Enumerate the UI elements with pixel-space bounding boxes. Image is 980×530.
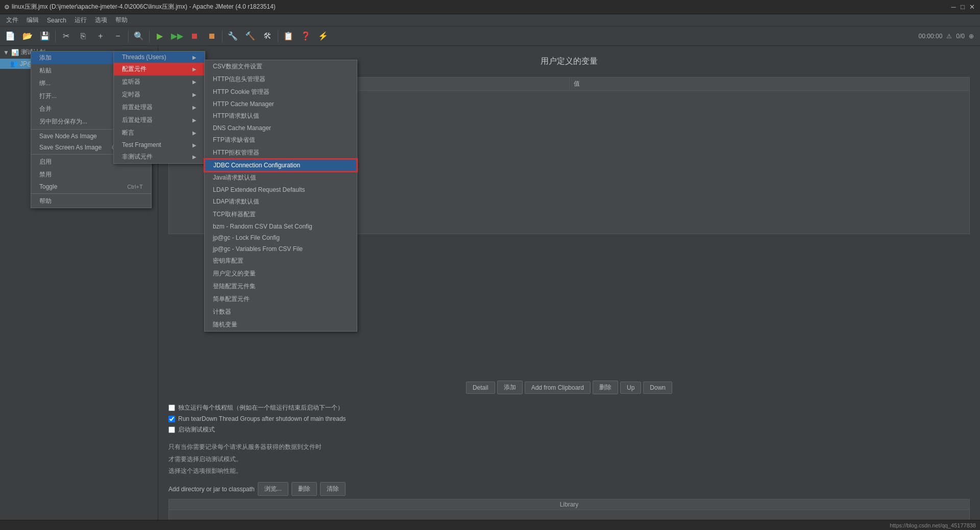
toolbar-open[interactable]: 📂 (19, 28, 36, 44)
config-csv[interactable]: CSV数据文件设置 (205, 60, 357, 73)
lib-clear-button[interactable]: 清除 (320, 482, 346, 496)
thread-icon: 👥 (10, 60, 18, 67)
toolbar-save[interactable]: 💾 (37, 28, 53, 44)
config-login[interactable]: 登陆配置元件集 (205, 280, 357, 293)
toolbar-logo[interactable]: ⚡ (315, 28, 331, 44)
menu-merge-label: 合并 (39, 105, 52, 113)
toolbar-cut[interactable]: ✂ (58, 28, 74, 44)
config-counter[interactable]: 计数器 (205, 306, 357, 318)
assert-item[interactable]: 断言 ▶ (114, 127, 205, 139)
toolbar-stop[interactable]: ⏹ (186, 28, 203, 44)
toolbar: 📄 📂 💾 ✂ ⎘ + − 🔍 ▶ ▶▶ ⏹ ⏹ 🔧 🔨 🛠 📋 ❓ ⚡ 00:… (0, 27, 980, 46)
option3-checkbox[interactable] (168, 426, 175, 433)
menu-toggle[interactable]: Toggle Ctrl+T (31, 181, 151, 192)
warning-count: 0/0 (956, 33, 965, 40)
config-http-cookie[interactable]: HTTP Cookie 管理器 (205, 86, 357, 98)
toolbar-start-nopause[interactable]: ▶▶ (169, 28, 185, 44)
add-from-clipboard-button[interactable]: Add from Clipboard (525, 382, 591, 394)
config-simple[interactable]: 简单配置元件 (205, 293, 357, 306)
toolbar-remove[interactable]: − (110, 28, 126, 44)
menu-disable[interactable]: 禁用 (31, 168, 151, 181)
toolbar-remote-start[interactable]: 🔧 (225, 28, 241, 44)
config-csvvar[interactable]: jp@gc - Variables From CSV File (205, 243, 357, 255)
lib-delete-button[interactable]: 删除 (291, 482, 317, 496)
config-http-auth[interactable]: HTTP拒权管理器 (205, 146, 357, 159)
menu-file[interactable]: 文件 (2, 14, 22, 27)
config-java[interactable]: Java请求默认值 (205, 171, 357, 184)
browse-button[interactable]: 浏览... (258, 482, 288, 496)
config-ftp[interactable]: FTP请求缺省值 (205, 134, 357, 146)
option2-checkbox[interactable] (168, 416, 175, 422)
postproc-label: 后置处理器 (122, 116, 153, 124)
config-bzm[interactable]: bzm - Random CSV Data Set Config (205, 221, 357, 232)
listener-item[interactable]: 监听器 ▶ (114, 75, 205, 88)
preproc-label: 前置处理器 (122, 103, 153, 112)
option1-checkbox[interactable] (168, 405, 175, 411)
postproc-item[interactable]: 后置处理器 ▶ (114, 114, 205, 127)
add-button[interactable]: 添加 (497, 381, 523, 394)
menu-save-screen-label: Save Screen As Image (39, 144, 102, 151)
config-http-header[interactable]: HTTP信息头管理器 (205, 73, 357, 86)
menu-enable-label: 启用 (39, 158, 52, 166)
timer-item[interactable]: 定时器 ▶ (114, 88, 205, 101)
down-button[interactable]: Down (643, 382, 672, 394)
listener-arrow: ▶ (192, 79, 197, 85)
toolbar-sep3 (149, 30, 150, 42)
menu-search[interactable]: Search (43, 14, 70, 27)
toolbar-templates[interactable]: 📋 (280, 28, 297, 44)
config-ldap[interactable]: LDAP请求默认值 (205, 195, 357, 208)
toolbar-copy[interactable]: ⎘ (75, 28, 91, 44)
toolbar-shutdown[interactable]: ⏹ (204, 28, 220, 44)
menu-add-label: 添加 (39, 54, 52, 62)
timer-value: 00:00:00 (919, 33, 943, 40)
toolbar-remote-stop[interactable]: 🔨 (242, 28, 258, 44)
tree-expand[interactable]: ▼ (3, 49, 9, 56)
title-bar-controls[interactable]: ─ □ ✕ (949, 3, 976, 11)
toolbar-start[interactable]: ▶ (152, 28, 168, 44)
postproc-arrow: ▶ (192, 117, 197, 123)
minimize-button[interactable]: ─ (949, 3, 958, 11)
menu-options[interactable]: 选项 (91, 14, 111, 27)
toolbar-new[interactable]: 📄 (2, 28, 18, 44)
delete-button[interactable]: 删除 (593, 381, 618, 394)
menu-help[interactable]: 帮助 (111, 14, 132, 27)
config-tcp[interactable]: TCP取样器配置 (205, 208, 357, 221)
menu-helpitem[interactable]: 帮助 (31, 195, 151, 208)
toolbar-add[interactable]: + (92, 28, 109, 44)
fragment-item[interactable]: Test Fragment ▶ (114, 139, 205, 150)
menu-toggle-label: Toggle (39, 183, 57, 190)
menu-edit[interactable]: 编辑 (22, 14, 43, 27)
config-http-defaults[interactable]: HTTP请求默认值 (205, 110, 357, 122)
assert-arrow: ▶ (192, 130, 197, 136)
config-dns-cache[interactable]: DNS Cache Manager (205, 122, 357, 134)
config-lock[interactable]: jp@gc - Lock File Config (205, 232, 357, 243)
config-uservar[interactable]: 用户定义的变量 (205, 267, 357, 280)
preproc-item[interactable]: 前置处理器 ▶ (114, 101, 205, 114)
close-button[interactable]: ✕ (968, 3, 976, 11)
toolbar-help[interactable]: ❓ (298, 28, 314, 44)
config-item-top[interactable]: 配置元件 ▶ (114, 63, 205, 75)
library-label: Add directory or jar to classpath (168, 486, 255, 493)
app-icon: ⚙ (4, 4, 10, 11)
config-jdbc[interactable]: JDBC Connection Configuration (205, 159, 357, 171)
threads-item[interactable]: Threads (Users) ▶ (114, 52, 205, 63)
toolbar-remote-exit[interactable]: 🛠 (259, 28, 276, 44)
menu-run[interactable]: 运行 (70, 14, 91, 27)
expand-icon: ⊕ (969, 33, 974, 40)
timer-label: 定时器 (122, 90, 140, 99)
config-http-cache[interactable]: HTTP Cache Manager (205, 98, 357, 110)
config-keystore[interactable]: 密钥库配置 (205, 255, 357, 267)
detail-button[interactable]: Detail (466, 382, 495, 394)
config-random[interactable]: 随机变量 (205, 318, 357, 331)
option-row-3: 启动测试模式 (168, 425, 970, 434)
up-button[interactable]: Up (620, 382, 641, 394)
toolbar-browse[interactable]: 🔍 (131, 28, 147, 44)
status-bar: https://blog.csdn.net/qq_45177838 (0, 520, 980, 530)
desc2: 才需要选择启动测试模式。 (158, 455, 980, 464)
bottom-buttons: Detail 添加 Add from Clipboard 删除 Up Down (158, 376, 980, 398)
config-ldap-ext[interactable]: LDAP Extended Request Defaults (205, 184, 357, 195)
config-arrow: ▶ (192, 66, 197, 72)
maximize-button[interactable]: □ (959, 3, 967, 11)
nonetest-item[interactable]: 非测试元件 ▶ (114, 150, 205, 163)
threads-arrow: ▶ (192, 55, 197, 60)
